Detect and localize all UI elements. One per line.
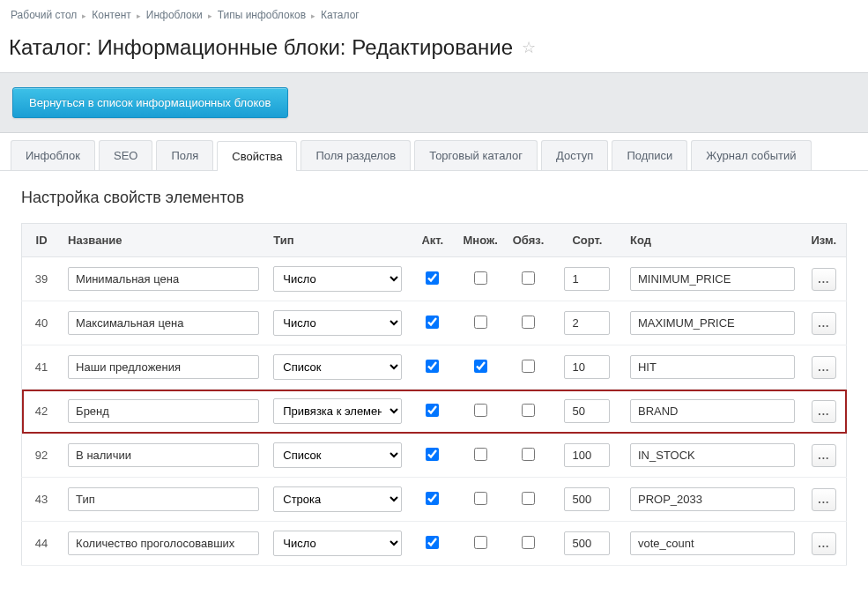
required-checkbox[interactable] — [522, 448, 535, 461]
edit-button[interactable]: ... — [812, 488, 836, 511]
chevron-right-icon: ▸ — [203, 11, 218, 20]
tab-поля-разделов[interactable]: Поля разделов — [300, 140, 411, 170]
name-input[interactable] — [68, 443, 259, 467]
table-header-row: ID Название Тип Акт. Множ. Обяз. Сорт. К… — [22, 224, 847, 257]
breadcrumb-item[interactable]: Типы инфоблоков — [218, 9, 306, 21]
multi-checkbox[interactable] — [474, 271, 487, 285]
cell-id: 44 — [22, 522, 62, 566]
multi-checkbox[interactable] — [474, 404, 487, 417]
tab-доступ[interactable]: Доступ — [541, 140, 608, 170]
sort-input[interactable] — [564, 443, 610, 467]
type-select[interactable]: ЧислоСписокСтрокаПривязка к элементам — [273, 486, 402, 512]
edit-button[interactable]: ... — [812, 312, 836, 335]
cell-id: 42 — [22, 390, 62, 434]
page-title: Каталог: Информационные блоки: Редактиро… — [9, 35, 513, 60]
breadcrumb-item[interactable]: Контент — [92, 9, 130, 21]
code-input[interactable] — [630, 531, 795, 555]
tab-торговый-каталог[interactable]: Торговый каталог — [414, 140, 538, 170]
breadcrumb: Рабочий стол▸Контент▸Инфоблоки▸Типы инфо… — [0, 0, 868, 30]
code-input[interactable] — [630, 311, 795, 335]
active-checkbox[interactable] — [426, 316, 439, 329]
type-select[interactable]: ЧислоСписокСтрокаПривязка к элементам — [273, 442, 402, 468]
table-row: 92ЧислоСписокСтрокаПривязка к элементам.… — [22, 434, 847, 478]
code-input[interactable] — [630, 355, 795, 379]
required-checkbox[interactable] — [522, 271, 535, 285]
multi-checkbox[interactable] — [474, 360, 487, 373]
code-input[interactable] — [630, 267, 795, 291]
table-row: 40ЧислоСписокСтрокаПривязка к элементам.… — [22, 301, 847, 345]
active-checkbox[interactable] — [426, 448, 439, 461]
sort-input[interactable] — [564, 355, 610, 379]
name-input[interactable] — [68, 531, 259, 555]
required-checkbox[interactable] — [522, 316, 535, 329]
sort-input[interactable] — [564, 267, 610, 291]
col-code: Код — [623, 224, 802, 257]
tab-свойства[interactable]: Свойства — [217, 141, 297, 171]
tab-seo[interactable]: SEO — [99, 140, 152, 170]
active-checkbox[interactable] — [426, 404, 439, 417]
col-id: ID — [22, 224, 62, 257]
name-input[interactable] — [68, 399, 259, 423]
code-input[interactable] — [630, 487, 795, 511]
sort-input[interactable] — [564, 311, 610, 335]
sort-input[interactable] — [564, 531, 610, 555]
name-input[interactable] — [68, 487, 259, 511]
chevron-right-icon: ▸ — [77, 11, 92, 20]
name-input[interactable] — [68, 267, 259, 291]
table-row: 43ЧислоСписокСтрокаПривязка к элементам.… — [22, 478, 847, 522]
edit-button[interactable]: ... — [812, 356, 836, 379]
active-checkbox[interactable] — [426, 492, 439, 505]
tab-инфоблок[interactable]: Инфоблок — [11, 140, 95, 170]
table-row: 44ЧислоСписокСтрокаПривязка к элементам.… — [22, 522, 847, 566]
breadcrumb-item[interactable]: Инфоблоки — [146, 9, 203, 21]
edit-button[interactable]: ... — [812, 532, 836, 555]
tab-журнал-событий[interactable]: Журнал событий — [691, 140, 811, 170]
favorite-star-icon[interactable]: ☆ — [522, 38, 536, 57]
required-checkbox[interactable] — [522, 492, 535, 505]
multi-checkbox[interactable] — [474, 316, 487, 329]
type-select[interactable]: ЧислоСписокСтрокаПривязка к элементам — [273, 531, 402, 556]
sort-input[interactable] — [564, 399, 610, 423]
breadcrumb-item[interactable]: Рабочий стол — [11, 9, 77, 21]
cell-id: 41 — [22, 345, 62, 390]
type-select[interactable]: ЧислоСписокСтрокаПривязка к элементам — [273, 266, 402, 292]
properties-table: ID Название Тип Акт. Множ. Обяз. Сорт. К… — [21, 223, 847, 566]
sort-input[interactable] — [564, 487, 610, 511]
active-checkbox[interactable] — [426, 536, 439, 549]
multi-checkbox[interactable] — [474, 448, 487, 461]
name-input[interactable] — [68, 355, 259, 379]
tabs: ИнфоблокSEOПоляСвойстваПоля разделовТорг… — [0, 133, 868, 171]
edit-button[interactable]: ... — [812, 268, 836, 291]
type-select[interactable]: ЧислоСписокСтрокаПривязка к элементам — [273, 398, 402, 424]
code-input[interactable] — [630, 443, 795, 467]
table-row: 41ЧислоСписокСтрокаПривязка к элементам.… — [22, 345, 847, 390]
required-checkbox[interactable] — [522, 404, 535, 417]
tab-поля[interactable]: Поля — [156, 140, 213, 170]
cell-id: 40 — [22, 301, 62, 345]
tab-подписи[interactable]: Подписи — [612, 140, 687, 170]
back-button[interactable]: Вернуться в список информационных блоков — [12, 87, 288, 118]
multi-checkbox[interactable] — [474, 536, 487, 549]
col-multi: Множ. — [456, 224, 505, 257]
cell-id: 43 — [22, 478, 62, 522]
multi-checkbox[interactable] — [474, 492, 487, 505]
active-checkbox[interactable] — [426, 360, 439, 373]
required-checkbox[interactable] — [522, 360, 535, 373]
toolbar: Вернуться в список информационных блоков — [0, 72, 868, 133]
col-name: Название — [61, 224, 266, 257]
active-checkbox[interactable] — [426, 271, 439, 285]
table-row: 39ЧислоСписокСтрокаПривязка к элементам.… — [22, 257, 847, 301]
edit-button[interactable]: ... — [812, 400, 836, 423]
breadcrumb-item[interactable]: Каталог — [321, 9, 360, 21]
col-sort: Сорт. — [552, 224, 623, 257]
edit-button[interactable]: ... — [812, 444, 836, 467]
col-active: Акт. — [409, 224, 456, 257]
required-checkbox[interactable] — [522, 536, 535, 549]
cell-id: 39 — [22, 257, 62, 301]
content: Настройка свойств элементов ID Название … — [0, 171, 868, 583]
type-select[interactable]: ЧислоСписокСтрокаПривязка к элементам — [273, 354, 402, 380]
code-input[interactable] — [630, 399, 795, 423]
name-input[interactable] — [68, 311, 259, 335]
table-row: 42ЧислоСписокСтрокаПривязка к элементам.… — [22, 390, 847, 434]
type-select[interactable]: ЧислоСписокСтрокаПривязка к элементам — [273, 310, 402, 336]
